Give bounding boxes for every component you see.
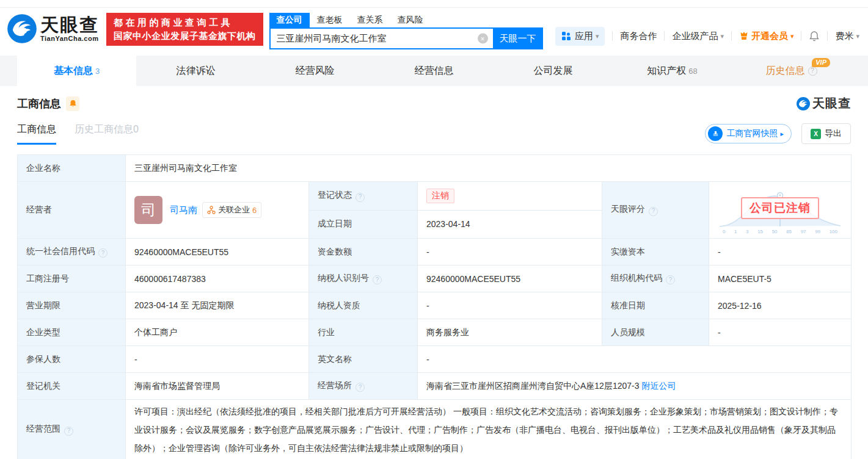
taxpayer-id-label: 纳税人识别号? xyxy=(309,266,418,292)
search-tabs: 查公司 查老板 查关系 查风险 xyxy=(269,13,543,27)
search-button[interactable]: 天眼一下 xyxy=(493,27,543,49)
insured-count-label: 参保人数 xyxy=(18,346,126,373)
snapshot-label: 工商官网快照 xyxy=(726,128,778,139)
reg-status-value: 注销 xyxy=(418,182,602,211)
page-top-divider xyxy=(0,0,868,8)
operator-label: 经营者 xyxy=(18,182,126,239)
enterprise-label: 企业级产品 xyxy=(672,31,718,42)
excel-icon: X xyxy=(811,129,821,139)
business-scope-value: 许可项目：演出经纪（依法须经批准的项目，经相关部门批准后方可开展经营活动） 一般… xyxy=(126,400,852,459)
help-icon[interactable]: ? xyxy=(649,207,658,216)
tianyancha-logo[interactable]: 天眼查 TianYanCha.com xyxy=(6,13,99,45)
deregistered-stamp: 公司已注销 xyxy=(741,197,819,219)
help-icon[interactable]: ? xyxy=(356,383,365,392)
apps-menu-button[interactable]: 应用 ▾ xyxy=(555,27,605,46)
official-snapshot-button[interactable]: 工商官网快照 ▸ xyxy=(705,124,792,143)
industry-label: 行业 xyxy=(309,319,418,346)
search-tab-company[interactable]: 查公司 xyxy=(269,13,310,27)
status-badge: 注销 xyxy=(426,189,454,203)
credit-code-label: 统一社会信用代码? xyxy=(18,239,126,266)
chevron-down-icon: ▾ xyxy=(790,32,794,40)
user-menu[interactable]: 费米 ▾ xyxy=(835,31,859,42)
slogan-line1: 都在用的商业查询工具 xyxy=(114,16,256,29)
business-site-value: 海南省三亚市崖州区招商崖州湾自贸中心A座12层1207-3 附近公司 xyxy=(418,373,852,400)
nearby-companies-link[interactable]: 附近公司 xyxy=(641,381,676,391)
export-label: 导出 xyxy=(825,128,842,139)
english-name-label: 英文名称 xyxy=(309,346,418,373)
taxpayer-id-value: 92460000MACE5EUT55 xyxy=(418,266,602,292)
chevron-down-icon: ▾ xyxy=(720,32,724,40)
help-icon[interactable]: ? xyxy=(808,67,817,76)
tianyancha-watermark: 天眼查 xyxy=(796,95,851,112)
search-input[interactable] xyxy=(271,29,493,48)
subtab-business-registration[interactable]: 工商信息 xyxy=(17,123,56,145)
export-button[interactable]: X 导出 xyxy=(801,123,851,144)
monitor-bell-icon[interactable] xyxy=(66,96,79,111)
company-name-value: 三亚崖州司马南文化工作室 xyxy=(126,155,852,182)
operator-cell: 司 司马南 关联企业 6 xyxy=(126,182,309,239)
insured-count-value: - xyxy=(126,346,309,373)
related-companies-badge[interactable]: 关联企业 6 xyxy=(202,202,261,218)
business-scope-label: 经营范围? xyxy=(18,400,126,459)
help-icon[interactable]: ? xyxy=(666,275,675,284)
tab-basic-count: 3 xyxy=(95,67,100,76)
business-term-label: 营业期限 xyxy=(18,292,126,319)
header-nav: 应用 ▾ 商务合作 企业级产品 ▾ 开通会员 ▾ 费米 ▾ xyxy=(555,25,859,47)
search-tab-relation[interactable]: 查关系 xyxy=(350,13,390,27)
operator-avatar[interactable]: 司 xyxy=(134,196,162,224)
reg-number-label: 工商注册号 xyxy=(18,266,126,292)
apps-grid-icon xyxy=(561,31,571,41)
tab-legal[interactable]: 法律诉讼 xyxy=(136,56,255,86)
business-site-label: 经营场所? xyxy=(309,373,418,400)
paid-capital-value: - xyxy=(709,239,852,266)
business-info-table: 企业名称 三亚崖州司马南文化工作室 经营者 司 司马南 关联企业 6 xyxy=(17,154,852,459)
section-title: 工商信息 xyxy=(17,96,61,111)
username: 费米 xyxy=(835,31,853,42)
reg-authority-label: 登记机关 xyxy=(18,373,126,400)
chevron-down-icon: ▾ xyxy=(596,32,599,40)
watermark-logo-icon xyxy=(796,96,811,111)
search-block: 查公司 查老板 查关系 查风险 × 天眼一下 xyxy=(269,13,543,49)
slogan-line2: 国家中小企业发展子基金旗下机构 xyxy=(114,29,256,43)
establish-date-label: 成立日期 xyxy=(309,210,418,239)
crown-icon xyxy=(739,31,749,41)
subtab-history-registration[interactable]: 历史工商信息0 xyxy=(75,123,139,145)
apps-label: 应用 xyxy=(575,31,593,42)
capital-value: - xyxy=(418,239,602,266)
org-code-label: 组织机构代码? xyxy=(602,266,709,292)
related-count: 6 xyxy=(252,206,257,215)
search-tab-risk[interactable]: 查风险 xyxy=(390,13,431,27)
score-label: 天眼评分? xyxy=(602,182,709,239)
reg-status-label: 登记状态? xyxy=(309,182,418,211)
help-icon[interactable]: ? xyxy=(373,275,382,284)
help-icon[interactable]: ? xyxy=(64,427,73,436)
vip-badge: VIP xyxy=(812,58,830,67)
company-type-label: 企业类型 xyxy=(18,319,126,346)
watermark-text: 天眼查 xyxy=(812,95,851,112)
help-icon[interactable]: ? xyxy=(356,193,365,202)
slogan-banner: 都在用的商业查询工具 国家中小企业发展子基金旗下机构 xyxy=(106,13,263,46)
tab-operating-risk[interactable]: 经营风险 xyxy=(255,56,374,86)
nav-cooperation[interactable]: 商务合作 xyxy=(620,31,657,42)
chevron-down-icon: ▾ xyxy=(856,32,859,40)
site-header: 天眼查 TianYanCha.com 都在用的商业查询工具 国家中小企业发展子基… xyxy=(0,8,868,48)
operator-name-link[interactable]: 司马南 xyxy=(170,204,197,216)
related-label: 关联企业 xyxy=(218,204,250,215)
clear-search-icon[interactable]: × xyxy=(478,34,488,44)
tab-intellectual-property[interactable]: 知识产权 68 xyxy=(613,56,732,86)
notification-bell-icon[interactable] xyxy=(809,31,820,42)
search-tab-boss[interactable]: 查老板 xyxy=(310,13,350,27)
tab-business-info[interactable]: 经营信息 xyxy=(374,56,494,86)
open-vip-button[interactable]: 开通会员 ▾ xyxy=(739,31,794,42)
company-tabbar: 基本信息 3 法律诉讼 经营风险 经营信息 公司发展 知识产权 68 VIP 历… xyxy=(0,56,868,86)
company-type-value: 个体工商户 xyxy=(126,319,309,346)
tab-history-info[interactable]: VIP 历史信息 ? xyxy=(732,56,851,86)
nav-enterprise[interactable]: 企业级产品 ▾ xyxy=(672,31,724,42)
vip-label: 开通会员 xyxy=(751,31,788,42)
help-icon[interactable]: ? xyxy=(98,248,108,258)
credit-code-value: 92460000MACE5EUT55 xyxy=(126,239,309,266)
staff-size-value: - xyxy=(709,319,852,346)
tab-company-development[interactable]: 公司发展 xyxy=(494,56,613,86)
tab-basic-info[interactable]: 基本信息 3 xyxy=(17,56,136,86)
tianyancha-logo-icon xyxy=(6,13,38,45)
